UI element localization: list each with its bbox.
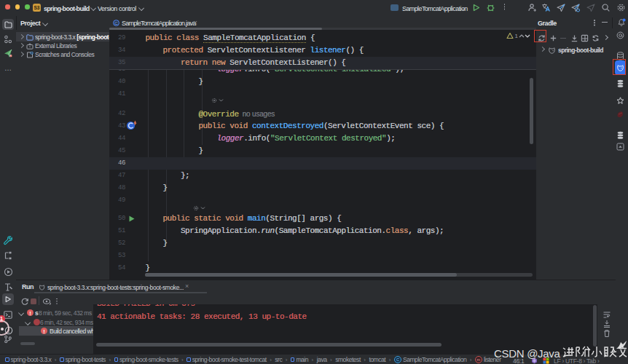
svg-text:R: R xyxy=(9,54,12,58)
svg-text:C: C xyxy=(114,20,118,25)
svg-text:1: 1 xyxy=(515,33,519,39)
